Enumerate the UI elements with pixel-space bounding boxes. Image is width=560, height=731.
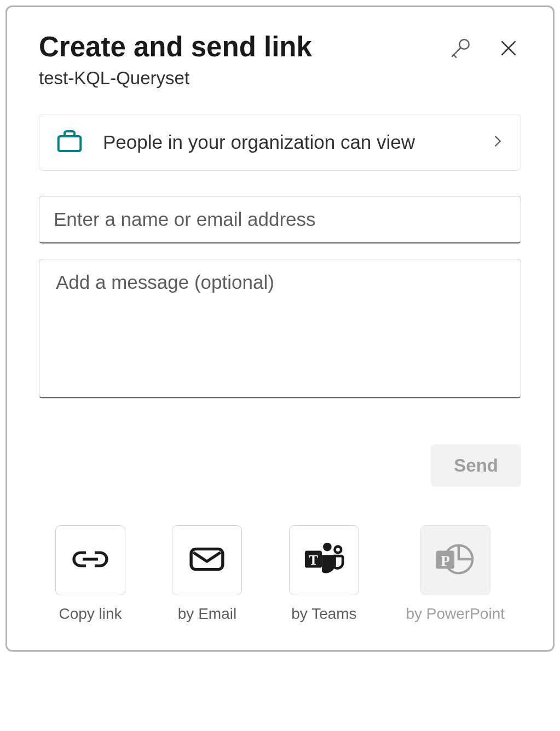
svg-rect-1: [59, 136, 81, 151]
svg-text:P: P: [441, 553, 450, 569]
share-copy-link: Copy link: [55, 525, 125, 623]
copy-link-button[interactable]: [55, 525, 125, 595]
close-button[interactable]: [496, 36, 521, 62]
powerpoint-icon: P: [435, 542, 476, 579]
copy-link-label: Copy link: [59, 605, 122, 623]
key-icon: [449, 37, 472, 61]
share-email: by Email: [172, 525, 242, 623]
close-icon: [498, 38, 519, 60]
powerpoint-button: P: [420, 525, 490, 595]
send-button[interactable]: Send: [431, 444, 521, 487]
share-options-row: Copy link by Email T: [39, 525, 521, 623]
briefcase-icon: [55, 126, 84, 158]
svg-text:T: T: [309, 552, 318, 567]
share-powerpoint: P by PowerPoint: [406, 525, 505, 623]
dialog-header: Create and send link test-KQL-Queryset: [39, 30, 521, 89]
share-dialog: Create and send link test-KQL-Queryset: [5, 5, 555, 652]
permission-selector[interactable]: People in your organization can view: [39, 114, 521, 171]
teams-icon: T: [303, 541, 345, 580]
svg-rect-2: [192, 549, 223, 570]
permission-text: People in your organization can view: [103, 130, 471, 155]
link-settings-button[interactable]: [447, 34, 474, 63]
powerpoint-label: by PowerPoint: [406, 605, 505, 623]
dialog-subtitle: test-KQL-Queryset: [39, 68, 312, 89]
share-teams: T by Teams: [289, 525, 359, 623]
message-input[interactable]: [39, 259, 521, 398]
email-button[interactable]: [172, 525, 242, 595]
teams-label: by Teams: [291, 605, 356, 623]
mail-icon: [189, 545, 225, 576]
svg-point-6: [334, 547, 341, 553]
chevron-right-icon: [490, 134, 505, 151]
send-row: Send: [39, 444, 521, 487]
recipient-input[interactable]: [39, 196, 521, 243]
header-actions: [447, 30, 521, 63]
dialog-title: Create and send link: [39, 30, 312, 63]
title-block: Create and send link test-KQL-Queryset: [39, 30, 312, 89]
teams-button[interactable]: T: [289, 525, 359, 595]
link-icon: [71, 545, 110, 576]
email-label: by Email: [178, 605, 236, 623]
svg-point-5: [323, 543, 332, 552]
